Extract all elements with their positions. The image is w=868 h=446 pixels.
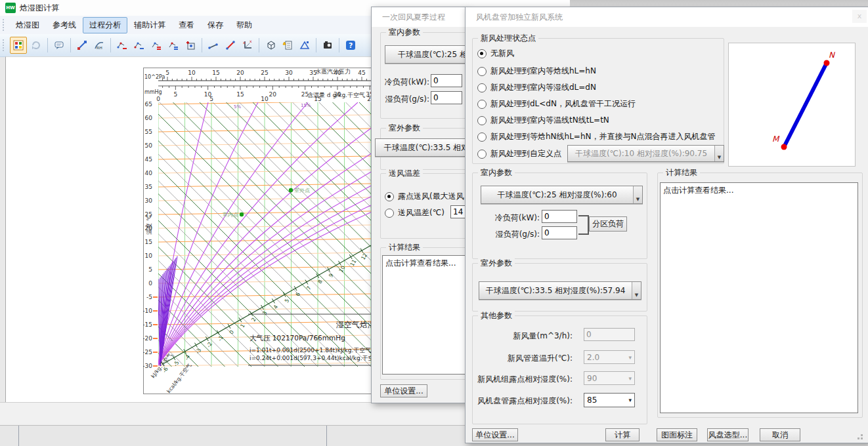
dialog2-moisture-load-label: 湿负荷(g/s): <box>496 229 540 240</box>
dialog2-custom-point-caption: 干球温度(℃):10 相对湿度(%):90.75 <box>568 146 714 161</box>
svg-text:?: ? <box>349 41 353 50</box>
ahu-dewpoint-select[interactable]: 90▾ <box>584 371 635 385</box>
dialog1-radio-supply-diff[interactable]: 送风温差(℃) <box>385 207 445 218</box>
dialog2-option-dry-condition[interactable]: 新风处理到dL<dN，风机盘管干工况运行 <box>477 98 636 110</box>
menu-psychrometric[interactable]: 焓湿图 <box>9 17 46 33</box>
svg-text:20: 20 <box>236 70 244 76</box>
mix-line-icon[interactable] <box>206 37 221 53</box>
menu-help[interactable]: 帮助 <box>230 17 259 33</box>
dialog1-radio-dewpoint[interactable]: 露点送风(最大送风 <box>385 191 464 202</box>
menu-process-analysis[interactable]: 过程分析 <box>83 17 127 33</box>
dialog2-option-label: 新风处理到室内等焓线hL=hN <box>490 66 596 77</box>
dialog2-option-isotherm[interactable]: 新风处理到室内等温线tN线tL=tN <box>477 115 609 126</box>
help-icon[interactable]: ? <box>343 37 358 53</box>
dialog2-cooling-load-input[interactable] <box>542 210 577 223</box>
calculate-button[interactable]: 计算 <box>605 428 640 441</box>
dialog2-result-box[interactable]: 点击计算查看结果... <box>660 182 858 413</box>
dialog1-outdoor-state-button[interactable]: 干球温度(℃):33.5 相对湿度(%):57.94 <box>375 138 466 157</box>
svg-text:60: 60 <box>145 115 153 121</box>
dialog2-option-humidity-ratio[interactable]: 新风处理到室内等湿线dL=dN <box>477 82 596 93</box>
dialog2-zone-load-button[interactable]: 分区负荷 <box>589 216 627 232</box>
add-state-point-icon[interactable] <box>183 37 198 53</box>
svg-text:45: 45 <box>358 70 365 76</box>
svg-text:i=1.01t+0.001d(2500+1.84t)kJ/k: i=1.01t+0.001d(2500+1.84t)kJ/kg.干空气 <box>250 347 371 354</box>
dialog1-indoor-state-button[interactable]: 干球温度(℃):25 相对湿度(%):60 <box>385 45 466 64</box>
dialog2-option-custom[interactable]: 新风处理到自定义点 <box>477 148 561 159</box>
dialog1-radio-dewpoint-label: 露点送风(最大送风 <box>398 191 464 202</box>
svg-text:5: 5 <box>173 91 177 98</box>
process-equal-red-icon[interactable] <box>148 37 164 53</box>
dialog2-option-none[interactable]: 无新风 <box>477 48 514 59</box>
draw-process-line-icon[interactable] <box>223 37 238 53</box>
svg-text:x: x <box>243 40 246 45</box>
dialog2-moisture-load-input[interactable] <box>542 226 577 239</box>
zone-load-bracket <box>578 215 589 235</box>
fcu-selection-button[interactable]: 风盘选型... <box>707 428 749 441</box>
app-icon: HW <box>5 3 16 13</box>
svg-text:水蒸汽分压力: 水蒸汽分压力 <box>315 68 351 75</box>
line-tool-icon[interactable] <box>74 37 90 53</box>
svg-text:i=0.24t+0.001d(597.3+0.44t)kca: i=0.24t+0.001d(597.3+0.44t)kcal/kg.干空气 <box>250 355 380 361</box>
dialog2-indoor-state-button[interactable]: 干球温度(℃):25 相对湿度(%):60 ▼ <box>481 186 643 204</box>
svg-text:10: 10 <box>188 70 196 76</box>
svg-text:室内点: 室内点 <box>223 212 238 218</box>
dialog1-supply-diff-input[interactable] <box>450 205 466 218</box>
dialog1-supply-group-label: 送风温差 <box>386 168 423 179</box>
dialog2-outdoor-state-button[interactable]: 干球温度(℃):33.5 相对湿度(%):57.94 ▼ <box>479 281 641 300</box>
dialog2-fresh-air-group-label: 新风处理状态点 <box>478 33 538 44</box>
menu-aux-calc[interactable]: 辅助计算 <box>127 17 172 33</box>
dialog2-option-enthalpy[interactable]: 新风处理到室内等焓线hL=hN <box>477 66 596 77</box>
menubar-grip <box>3 19 7 31</box>
svg-text:5: 5 <box>148 266 152 273</box>
view-3d-icon[interactable] <box>263 37 278 53</box>
process-remove-red-icon[interactable] <box>114 37 130 53</box>
chart-options-icon[interactable] <box>10 37 27 54</box>
dialog2-option-mix[interactable]: 新风处理到等焓hN线hL=hN，并直接与N点混合再进入风机盘管 <box>477 131 716 142</box>
dialog1-moisture-load-input[interactable] <box>431 91 462 104</box>
dialog1-unit-settings-button[interactable]: 单位设置... <box>380 384 427 397</box>
close-icon[interactable]: x <box>852 10 867 23</box>
dialog1-radio-supply-diff-label: 送风温差(℃) <box>398 207 445 218</box>
svg-text:5: 5 <box>165 70 169 76</box>
chevron-down-icon: ▼ <box>714 146 724 161</box>
dialog2-title: 风机盘管加独立新风系统 <box>466 7 868 27</box>
svg-text:mmHg: mmHg <box>144 89 162 95</box>
annotate-button[interactable]: 图面标注 <box>657 428 697 441</box>
svg-text:-30: -30 <box>143 363 152 369</box>
svg-text:50: 50 <box>145 142 153 149</box>
radio-icon <box>477 132 487 142</box>
svg-text:-25: -25 <box>143 349 152 355</box>
dialog1-result-group-label: 计算结果 <box>386 242 423 253</box>
toolbar-grip <box>3 39 7 51</box>
dialog1-cooling-load-input[interactable] <box>431 74 462 87</box>
radio-icon <box>477 83 487 92</box>
refresh-icon[interactable] <box>28 37 44 53</box>
process-equal-blue-icon[interactable] <box>165 37 181 53</box>
svg-text:5: 5 <box>209 96 213 102</box>
fresh-air-volume-input[interactable] <box>584 328 635 341</box>
menu-view[interactable]: 查看 <box>172 17 201 33</box>
delta-calc-icon[interactable] <box>297 37 313 53</box>
cancel-button[interactable]: 取消 <box>760 428 800 441</box>
fcu-dewpoint-select[interactable]: 85▾ <box>584 393 635 407</box>
menu-save[interactable]: 保存 <box>201 17 230 33</box>
dialog2-unit-settings-button[interactable]: 单位设置... <box>472 428 518 441</box>
dialog2-custom-point-button[interactable]: 干球温度(℃):10 相对湿度(%):90.75 ▼ <box>567 145 724 162</box>
dialog2-cooling-load-label: 冷负荷(kW): <box>495 213 540 224</box>
annotation-icon[interactable] <box>51 37 67 53</box>
custom-axes-icon[interactable]: xx <box>240 37 255 53</box>
radio-icon <box>477 49 487 58</box>
svg-text:55: 55 <box>145 129 152 135</box>
report-list-icon[interactable] <box>280 37 295 53</box>
rh-curve-icon[interactable]: RH <box>91 37 107 53</box>
svg-text:10: 10 <box>261 96 269 102</box>
svg-text:温度 ℃: 温度 ℃ <box>146 214 152 235</box>
dialog2-indoor-state-caption: 干球温度(℃):25 相对湿度(%):60 <box>481 186 633 203</box>
menu-reference-lines[interactable]: 参考线 <box>46 17 83 33</box>
snapshot-icon[interactable] <box>320 37 336 53</box>
process-remove-blue-icon[interactable] <box>131 37 147 53</box>
resize-grip[interactable] <box>861 437 863 439</box>
diagram-point-m-label: M <box>772 134 780 144</box>
dialog1-result-box[interactable]: 点击计算查看结果... <box>382 255 466 375</box>
duct-temp-rise-select[interactable]: 2.0▾ <box>584 350 635 364</box>
